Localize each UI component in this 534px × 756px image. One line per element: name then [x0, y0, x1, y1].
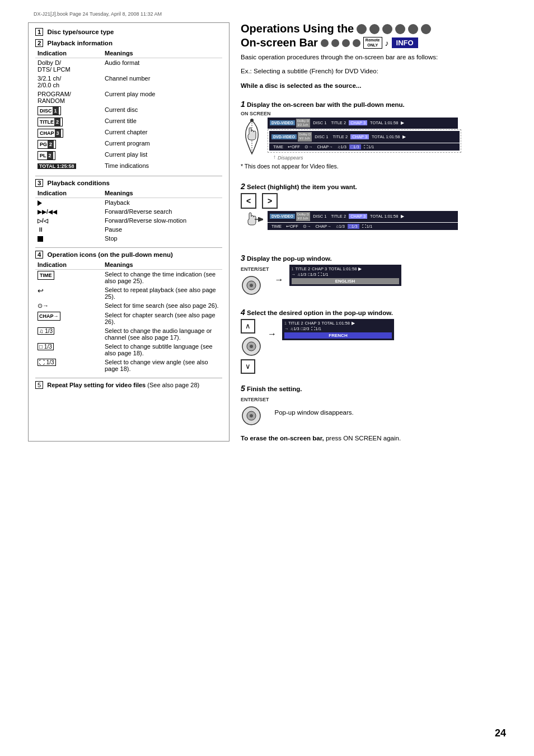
dolby-badge2: Dolby D3/2.1ch [298, 132, 312, 141]
indication-cell: CHAP→ [35, 311, 102, 326]
dot3 [382, 24, 392, 34]
step-2-label: Select (highlight) the item you want. [247, 184, 357, 190]
step-4-nav: ∧ ∨ [241, 319, 262, 374]
popup-angle: ⛶1/1 [318, 272, 328, 277]
table-row: ⊙→ Select for time search (see also page… [35, 301, 222, 311]
table-row: ⛶ 1/3 Select to change view angle (see a… [35, 358, 222, 373]
sub-op2: □1/3 [348, 224, 359, 229]
title-badge: TITLE 2 [38, 118, 63, 126]
dolby-badge: Dolby D3/2.1ch [296, 119, 310, 128]
audio-icon: ♫ 1/3 [38, 327, 54, 335]
step-3-num: 3 [241, 253, 245, 262]
right-arrow-btn[interactable]: > [262, 193, 278, 209]
popup-chap-item: CHAP 3 [312, 266, 327, 271]
main-content: 1 Disc type/source type 2 Playback infor… [11, 22, 523, 442]
step2-bar2: TIME ↩OFF ⊙→ CHAP→ ♫1/3 □1/3 ⛶1/1 [268, 223, 458, 230]
info-badge: INFO [392, 37, 418, 48]
time-badge-icon: TIME [38, 271, 54, 280]
section-4-num: 4 [35, 251, 43, 259]
meaning-cell: Stop [102, 234, 222, 243]
dvd-video-label: DVD-VIDEO [270, 120, 295, 125]
left-column: 1 Disc type/source type 2 Playback infor… [28, 22, 229, 442]
left-arrow-btn[interactable]: < [241, 193, 256, 209]
chap-item2: CHAP 3 [350, 134, 369, 139]
step-1-content: 1 Display the on-screen bar with the pul… [241, 95, 461, 172]
meaning-cell: Forward/Reverse search [102, 207, 222, 216]
enter-cursor-svg-5 [241, 405, 262, 426]
title-item2: TITLE 2 [331, 134, 349, 139]
popup-option-english: ENGLISH [292, 278, 399, 284]
step-1-screens: DVD-VIDEO Dolby D3/2.1ch DISC 1 TITLE 2 … [268, 118, 461, 161]
section-3-title: Playback conditions [48, 180, 110, 186]
up-arrow-btn[interactable]: ∧ [241, 319, 255, 334]
table-row: □ 1/3 Select to change subtitle language… [35, 342, 222, 358]
meaning-cell: Current program [102, 139, 222, 150]
total-item3: TOTAL 1:01:58 [368, 214, 400, 219]
cursor-svg-2 [241, 211, 263, 242]
step-5-header: 5 Finish the setting. [241, 384, 506, 393]
popup-audio: ♫1/3 [297, 272, 306, 277]
indication-cell: ⛶ 1/3 [35, 358, 102, 373]
meaning-cell: Channel number [102, 74, 222, 90]
table-row: 3/2.1 ch/2/0.0 ch Channel number [35, 74, 222, 90]
meaning-cell: Select to change subtitle language (see … [102, 342, 222, 358]
down-arrow-btn[interactable]: ∨ [241, 359, 255, 374]
angle-op2: ⛶1/1 [360, 224, 374, 229]
popup-chap-item-4: CHAP 3 [305, 321, 320, 326]
disc-item2: DISC 1 [313, 134, 330, 139]
popup-play-icon: ▶ [358, 266, 362, 271]
step-4-area: ∧ ∨ → [241, 319, 506, 374]
indication-cell: ⊙→ [35, 301, 102, 311]
dot6 [421, 24, 431, 34]
popup-sub: □1/3 [308, 272, 316, 277]
time-op: TIME [271, 144, 285, 149]
indication-cell: TOTAL 1:25:58 [35, 161, 102, 171]
indication-header: Indication [35, 49, 102, 58]
step-5: 5 Finish the setting. ENTER/SET [241, 379, 506, 428]
popup-title-num-4: 1 [284, 321, 287, 325]
meaning-cell: Select for time search (see also page 26… [102, 301, 222, 311]
sub-icon: □ 1/3 [38, 343, 54, 350]
enter-cursor-svg [241, 275, 262, 296]
meaning-cell: Current play mode [102, 90, 222, 105]
step-4-cursor [241, 336, 262, 357]
enter-set-label-3: ENTER/SET [241, 266, 269, 272]
section-3-num: 3 [35, 179, 43, 187]
stop-icon [38, 236, 43, 242]
meanings-header: Meanings [102, 49, 222, 58]
popup-row-3-2: → ♫1/3 □1/3 ⛶1/1 [292, 272, 399, 277]
popup-option-french: FRENCH [284, 332, 392, 339]
indication-cell: ↩ [35, 285, 102, 301]
step-5-num: 5 [241, 384, 245, 393]
popup-row-4-1: 1 TITLE 2 CHAP 3 TOTAL 1:01:58 ▶ [284, 321, 392, 326]
meaning-cell: Select to change the audio language or c… [102, 326, 222, 342]
section-3: 3 Playback conditions Indication Meaning… [35, 180, 222, 243]
audio-op: ♫1/3 [336, 144, 348, 149]
on-screen-label: ON SCREEN [241, 111, 461, 116]
step-5-content: 5 Finish the setting. ENTER/SET [241, 379, 506, 428]
section-4-title: Operation icons (on the pull-down menu) [48, 251, 173, 258]
step-3-popup: 1 TITLE 2 CHAP 3 TOTAL 1:01:58 ▶ → ♫1/3 [289, 265, 401, 286]
table-row: TOTAL 1:25:58 Time indications [35, 161, 222, 171]
step-1-note: * This does not appear for Video files. [241, 163, 461, 170]
step-5-cursor [241, 405, 269, 428]
page-container: DX-J21[J].book Page 24 Tuesday, April 8,… [0, 0, 534, 756]
dot-sm1 [321, 39, 329, 47]
intro-text: Basic operation procedures through the o… [241, 53, 506, 62]
disappears-text: Disappears [278, 155, 303, 161]
chap-item3: CHAP 3 [349, 214, 367, 219]
disc-item: DISC 1 [311, 120, 328, 125]
section-5: 5 Repeat Play setting for video files (S… [35, 382, 222, 388]
angle-op: ⛶1/1 [362, 144, 376, 149]
indication-cell: Dolby D/DTS/ LPCM [35, 58, 102, 74]
chap-arrow-badge: CHAP→ [38, 312, 60, 321]
step-2-content: 2 Select (highlight) the item you want. … [241, 177, 506, 243]
svg-point-8 [250, 345, 253, 348]
chap-badge: CHAP 3 [38, 129, 63, 138]
indication-cell: CHAP 3 [35, 128, 102, 139]
total-item: TOTAL 1:01:58 [368, 120, 400, 125]
indication-cell: 3/2.1 ch/2/0.0 ch [35, 74, 102, 90]
erase-text: To erase the on-screen bar, press ON SCR… [241, 435, 506, 442]
step2-bar1: DVD-VIDEO Dolby D3/2.1ch DISC 1 TITLE 2 … [268, 211, 458, 222]
chap-item: CHAP 3 [349, 120, 367, 125]
